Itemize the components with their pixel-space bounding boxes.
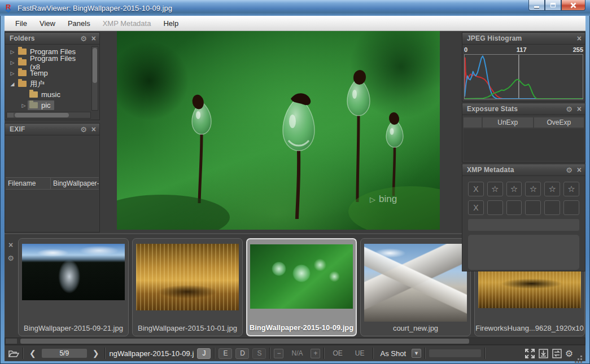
tree-item-music[interactable]: music	[6, 89, 91, 100]
tree-expander-icon[interactable]: ▷	[8, 71, 16, 76]
tree-item-pic[interactable]: ▷pic	[6, 100, 91, 111]
toolbar-separator	[214, 348, 215, 359]
xmp-title-input[interactable]	[468, 219, 579, 231]
histogram-curve-red	[465, 58, 583, 99]
close-button[interactable]	[561, 0, 585, 11]
overexposure-toggle[interactable]: OE	[328, 349, 347, 357]
filename-field[interactable]: ngWallpaper-2015-10-09.jp	[109, 349, 194, 358]
folders-vertical-scrollbar[interactable]	[91, 46, 98, 111]
filmstrip-scroll-corner	[6, 339, 17, 344]
color-label-5-button[interactable]	[563, 200, 579, 215]
settings-gear-button[interactable]: ⚙	[565, 348, 573, 359]
folders-vscroll-thumb[interactable]	[93, 48, 97, 83]
tree-item-用户[interactable]: ◢用户	[6, 78, 91, 89]
tree-item-program-files-x8[interactable]: ▷Program Files (x8	[6, 57, 91, 68]
histogram-close-icon[interactable]: ×	[577, 34, 582, 42]
rating-star-3-button[interactable]: ☆	[525, 182, 541, 196]
menu-item-panels[interactable]: Panels	[62, 17, 97, 30]
filmstrip-settings-gear-icon[interactable]: ⚙	[7, 255, 14, 262]
exif-row-filename: Filename BingWallpaper-	[6, 177, 99, 190]
exif-panel-header[interactable]: EXIF ⚙ ×	[5, 124, 99, 135]
fullscreen-button[interactable]	[525, 348, 535, 359]
tree-expander-icon[interactable]: ▷	[8, 49, 16, 55]
download-icon	[538, 348, 549, 359]
jpeg-histogram-panel: JPEG Histogram × 0 117 255	[462, 32, 585, 102]
maximize-icon	[550, 3, 556, 7]
exif-close-icon[interactable]: ×	[91, 125, 96, 133]
rating-star-5-button[interactable]: ☆	[563, 182, 579, 196]
download-button[interactable]	[538, 348, 549, 359]
xmp-panel-header[interactable]: XMP Metadata ⚙ ×	[462, 164, 585, 176]
folders-panel-header[interactable]: Folders ⚙ ×	[5, 33, 99, 45]
folders-settings-gear-icon[interactable]: ⚙	[80, 35, 87, 42]
filmstrip-close-icon[interactable]: ×	[8, 241, 13, 249]
exif-settings-gear-icon[interactable]: ⚙	[80, 126, 87, 133]
exposure-stats-panel: Exposure Stats ⚙ × UnExpOveExp	[462, 103, 585, 163]
tree-expander-icon[interactable]: ▷	[20, 103, 28, 108]
thumbnail-image	[22, 244, 125, 300]
app-icon: R	[4, 3, 14, 13]
rating-star-4-button[interactable]: ☆	[544, 182, 560, 196]
menu-item-view[interactable]: View	[33, 17, 62, 30]
rating-star-1-button[interactable]: ☆	[487, 182, 503, 196]
rating-clear-button[interactable]: X	[468, 182, 484, 196]
next-image-button[interactable]: ❯	[90, 349, 102, 358]
rating-decrease-button[interactable]: −	[274, 349, 283, 358]
resize-grip[interactable]	[580, 356, 582, 357]
folders-horizontal-scrollbar[interactable]	[6, 112, 91, 119]
exposure-button[interactable]: E	[218, 348, 232, 359]
menu-item-file[interactable]: File	[9, 17, 33, 30]
image-position-slider[interactable]: 5/9	[42, 349, 87, 358]
color-label-3-button[interactable]	[525, 200, 541, 215]
exif-panel-title: EXIF	[10, 125, 25, 133]
maximize-button[interactable]	[545, 0, 561, 11]
exposure-panel-title: Exposure Stats	[467, 105, 518, 113]
xmp-close-icon[interactable]: ×	[577, 166, 582, 174]
underexposure-toggle[interactable]: UE	[351, 349, 369, 357]
color-label-4-button[interactable]	[544, 200, 560, 215]
image-viewer[interactable]: ▷ bing	[117, 31, 440, 230]
folder-icon	[29, 102, 38, 108]
exposure-settings-gear-icon[interactable]: ⚙	[566, 106, 572, 113]
filmstrip-scrollbar[interactable]	[5, 337, 585, 345]
open-folder-button[interactable]	[8, 349, 19, 358]
transfer-button[interactable]	[552, 348, 562, 359]
jpeg-mode-button[interactable]: J	[197, 348, 211, 359]
exposure-panel-header[interactable]: Exposure Stats ⚙ ×	[462, 103, 585, 115]
tree-expander-icon[interactable]: ◢	[8, 81, 16, 87]
folders-panel: Folders ⚙ × ▷Program Files▷Program Files…	[5, 32, 100, 120]
xmp-metadata-panel: XMP Metadata ⚙ × X☆☆☆☆☆ X	[462, 164, 585, 271]
color-label-clear-button[interactable]: X	[468, 200, 484, 215]
details-button[interactable]: D	[235, 348, 249, 359]
thumbnail-court_new-jpg[interactable]: court_new.jpg	[360, 238, 471, 336]
folders-close-icon[interactable]: ×	[91, 34, 96, 42]
exif-key: Filename	[6, 178, 51, 189]
xmp-description-textarea[interactable]	[468, 235, 579, 270]
histogram-panel-header[interactable]: JPEG Histogram ×	[462, 33, 585, 45]
filmstrip-scroll-thumb[interactable]	[20, 339, 469, 344]
folders-hscroll-thumb[interactable]	[15, 113, 69, 117]
histogram-curve-green	[465, 80, 583, 99]
thumbnail-BingWallpaper-2015-10-01-jpg[interactable]: BingWallpaper-2015-10-01.jpg	[132, 238, 243, 336]
toolbar-separator	[425, 348, 426, 359]
rating-star-2-button[interactable]: ☆	[506, 182, 522, 196]
tree-expander-icon[interactable]: ▷	[8, 60, 16, 65]
color-label-1-button[interactable]	[487, 200, 503, 215]
thumbnail-BingWallpaper-2015-10-09-jpg[interactable]: BingWallpaper-2015-10-09.jpg	[246, 238, 357, 336]
previous-image-button[interactable]: ❮	[27, 349, 38, 358]
menu-item-help[interactable]: Help	[157, 17, 185, 30]
exposure-close-icon[interactable]: ×	[577, 105, 582, 113]
rating-increase-button[interactable]: +	[311, 349, 320, 358]
color-label-2-button[interactable]	[506, 200, 522, 215]
folder-icon	[29, 91, 38, 98]
shadows-button[interactable]: S	[252, 348, 266, 359]
toolbar-separator	[23, 348, 24, 359]
thumbnail-BingWallpaper-2015-09-21-jpg[interactable]: BingWallpaper-2015-09-21.jpg	[18, 238, 129, 336]
white-balance-dropdown[interactable]: ▼	[412, 349, 421, 358]
xmp-settings-gear-icon[interactable]: ⚙	[566, 166, 572, 174]
minimize-button[interactable]	[528, 0, 545, 11]
image-position-label: 5/9	[59, 349, 69, 357]
bing-watermark: ▷ bing	[370, 194, 397, 205]
thumbnail-label: BingWallpaper-2015-10-01.jpg	[133, 324, 242, 332]
title-bar[interactable]: R FastRawViewer: BingWallpaper-2015-10-0…	[0, 0, 590, 16]
